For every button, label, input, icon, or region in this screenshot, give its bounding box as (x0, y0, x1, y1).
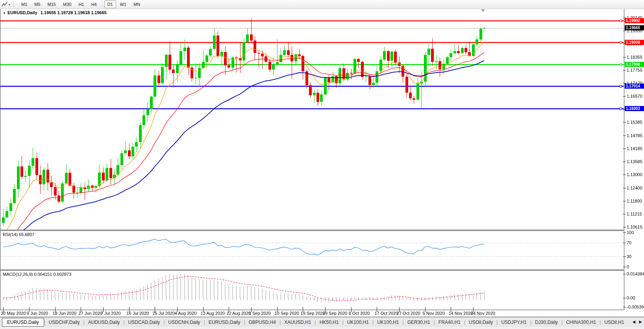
symbol-tab-bar: EURUSD,Daily|USDCHF,Daily|AUDUSD,Daily|U… (0, 317, 644, 327)
timeframe-button-d1[interactable]: D1 (104, 0, 116, 8)
date-axis-label: 27 Jun 2020 (78, 311, 102, 316)
date-axis-label: 8 Oct 2020 (349, 311, 370, 316)
timeframe-button-m5[interactable]: M5 (31, 0, 43, 8)
line-chart-icon (2, 2, 8, 7)
date-axis-label: 30 May 2020 (1, 311, 26, 316)
tab-scroll-right-icon[interactable]: ▶ (639, 320, 642, 324)
date-axis-label: 9 Jun 2020 (27, 311, 48, 316)
tab-scroll-left-icon[interactable]: ◀ (633, 320, 636, 324)
macd-indicator-label: MACD(12,26,9) 0.004151 0.002873 (3, 272, 71, 277)
timeframe-button-h4[interactable]: H4 (88, 0, 100, 8)
symbol-tab[interactable]: HK50,H1 (316, 318, 342, 326)
price-axis-tick: 1.13000 (627, 172, 642, 177)
price-axis-tick: 1.15385 (627, 120, 642, 125)
rsi-axis-tick: 0 (627, 264, 629, 269)
date-axis-label: 25 Jul 2020 (152, 311, 175, 316)
rsi-axis-tick: 30 (627, 254, 631, 259)
toolbar: ▾ M1M5M15M30H1H4D1W1MN (0, 0, 644, 9)
chart-ohlc-quotes: 1.19655 1.19728 1.19618 1.19665 (41, 10, 107, 15)
symbol-tab[interactable]: USDCNH,Daily (165, 318, 204, 326)
symbol-tab[interactable]: GER30,H1 (404, 318, 434, 326)
toolbar-separator (102, 0, 102, 7)
price-axis-tick: 1.16570 (627, 94, 642, 99)
symbol-tab[interactable]: XAUUSD,H1 (281, 318, 315, 326)
rsi-axis-tick: 100 (627, 230, 634, 235)
date-axis-label: 17 Oct 2020 (374, 311, 398, 316)
symbol-tab[interactable]: EURUSD,Daily (205, 318, 244, 326)
symbol-tab[interactable]: USDCHF,Daily (45, 318, 83, 326)
rsi-axis-tick: 70 (627, 240, 631, 245)
timeframe-button-m30[interactable]: M30 (60, 0, 74, 8)
timeframe-button-w1[interactable]: W1 (117, 0, 130, 8)
price-axis-tick: 1.17755 (627, 68, 642, 72)
symbol-tab[interactable]: UK100,H1 (374, 318, 402, 326)
timeframe-toolbar: M1M5M15M30H1H4D1W1MN (18, 0, 144, 8)
chart-symbol-label: EURUSD,Daily (7, 10, 37, 15)
price-axis-tick: 1.18355 (627, 55, 642, 59)
date-axis-label: 18 Jun 2020 (53, 311, 77, 316)
macd-axis-tick: 0.00 (627, 296, 635, 300)
toolbar-grip (13, 2, 15, 7)
symbol-tab[interactable]: AUDUSD,Daily (85, 318, 124, 326)
price-axis-tick: 1.14185 (627, 146, 642, 151)
date-axis-label: 19 Sep 2020 (300, 311, 325, 316)
price-axis-tick: 1.10615 (627, 225, 642, 229)
timeframe-button-mn[interactable]: MN (130, 0, 143, 8)
collapse-triangle-icon: ▼ (3, 11, 6, 15)
price-axis-tick: 1.14785 (627, 133, 642, 138)
date-axis-label: 29 Sep 2020 (323, 311, 347, 316)
symbol-tab[interactable]: EURUSD,Daily (2, 318, 44, 327)
symbol-tab[interactable]: USDCAD,Daily (124, 318, 163, 326)
hline-price-label[interactable]: 1.17014 (625, 84, 644, 89)
date-axis-label: 14 Nov 2020 (448, 311, 473, 316)
date-axis-label: 27 Oct 2020 (397, 311, 420, 316)
symbol-tab[interactable]: CHINA300,H1 (563, 318, 600, 326)
hline-price-label[interactable]: 1.19992 (625, 18, 644, 23)
macd-axis-tick: -0.00539 (627, 305, 644, 309)
date-axis-label: 24 Nov 2020 (471, 311, 495, 316)
timeframe-button-m1[interactable]: M1 (18, 0, 30, 8)
symbol-tab[interactable]: USDJPY,H1 (498, 318, 530, 326)
timeframe-button-h1[interactable]: H1 (75, 0, 87, 8)
date-axis-label: 16 Jul 2020 (127, 311, 149, 316)
date-axis-label: 22 Aug 2020 (226, 311, 251, 316)
hline-price-label[interactable]: 1.16003 (625, 106, 644, 111)
window-bottom-strip (0, 327, 644, 329)
symbol-tab[interactable]: DJ30,Daily (531, 318, 561, 326)
price-axis-tick: 1.12400 (627, 186, 642, 190)
price-axis-tick: 1.13585 (627, 159, 642, 164)
symbol-tab[interactable]: USOil,Daily (465, 318, 496, 326)
bid-price-label: 1.19665 (625, 25, 644, 30)
date-axis-label: 10 Sep 2020 (275, 311, 299, 316)
symbol-tab[interactable]: GBPUSD,H4 (245, 318, 279, 326)
timeframe-button-m15[interactable]: M15 (44, 0, 59, 8)
price-axis-tick: 1.11215 (627, 212, 642, 216)
price-chart-canvas[interactable] (0, 0, 644, 317)
symbol-tab[interactable]: UK100,H1 (344, 318, 372, 326)
date-axis-label: 7 Jul 2020 (101, 311, 121, 316)
hline-price-label[interactable]: 1.17998 (625, 62, 644, 67)
rsi-indicator-label: RSI(14) 65.6807 (3, 232, 35, 237)
chevron-down-icon: ▾ (9, 3, 10, 6)
price-axis-tick: 1.11800 (627, 199, 642, 203)
date-axis-label: 1 Sep 2020 (249, 311, 271, 316)
date-axis-label: 13 Aug 2020 (201, 311, 225, 316)
hline-price-label[interactable]: 1.19008 (625, 40, 644, 45)
macd-axis-tick: 0.014384 (627, 271, 644, 276)
symbol-tab[interactable]: USOil,H1 (601, 318, 627, 326)
symbol-tab[interactable]: FRA40,H1 (435, 318, 464, 326)
date-axis-label: 4 Aug 2020 (175, 311, 197, 316)
chart-title: ▼EURUSD,Daily1.19655 1.19728 1.19618 1.1… (3, 10, 107, 15)
chart-type-dropdown[interactable]: ▾ (0, 0, 12, 8)
date-axis-label: 5 Nov 2020 (423, 311, 445, 316)
